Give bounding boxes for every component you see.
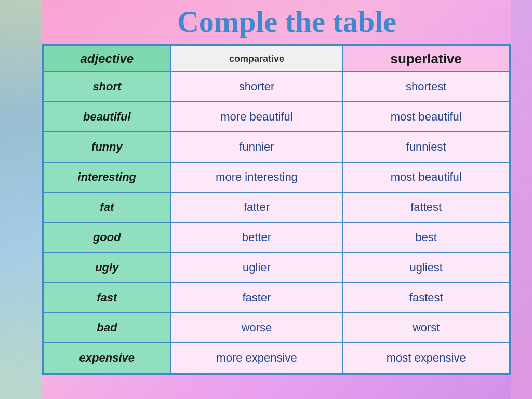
cell-comparative: fatter (171, 192, 343, 222)
table-row: funnyfunnierfunniest (43, 132, 510, 162)
table-header-row: adjective comparative superlative (43, 46, 510, 72)
cell-adjective: bad (43, 313, 171, 343)
adjectives-table: adjective comparative superlative shorts… (43, 45, 510, 374)
cell-comparative: more beautiful (171, 102, 343, 132)
left-decoration (0, 0, 42, 399)
table-container: adjective comparative superlative shorts… (42, 44, 511, 375)
cell-superlative: most beautiful (342, 162, 510, 192)
cell-adjective: ugly (43, 252, 171, 283)
table-row: expensivemore expensivemost expensive (43, 343, 510, 373)
cell-comparative: funnier (171, 132, 343, 162)
cell-comparative: worse (171, 313, 343, 343)
cell-superlative: most expensive (342, 343, 510, 373)
header-comparative: comparative (171, 46, 343, 72)
header-superlative: superlative (342, 46, 510, 72)
table-row: shortshortershortest (43, 72, 510, 102)
table-row: beautifulmore beautifulmost beautiful (43, 102, 510, 132)
table-row: badworseworst (43, 313, 510, 343)
cell-comparative: more interesting (171, 162, 343, 192)
cell-superlative: fastest (342, 283, 510, 313)
cell-superlative: fattest (342, 192, 510, 222)
cell-adjective: fast (43, 283, 171, 313)
cell-adjective: funny (43, 132, 171, 162)
cell-superlative: funniest (342, 132, 510, 162)
table-row: goodbetterbest (43, 222, 510, 252)
header-adjective: adjective (43, 46, 171, 72)
table-row: uglyuglierugliest (43, 252, 510, 283)
cell-adjective: beautiful (43, 102, 171, 132)
table-row: fastfasterfastest (43, 283, 510, 313)
table-row: interestingmore interestingmost beautifu… (43, 162, 510, 192)
page-title: Comple the table (0, 4, 532, 39)
cell-adjective: interesting (43, 162, 171, 192)
cell-adjective: expensive (43, 343, 171, 373)
cell-adjective: fat (43, 192, 171, 222)
table-body: shortshortershortestbeautifulmore beauti… (43, 72, 510, 373)
cell-comparative: uglier (171, 252, 343, 283)
cell-adjective: good (43, 222, 171, 252)
cell-superlative: shortest (342, 72, 510, 102)
table-row: fatfatterfattest (43, 192, 510, 222)
cell-comparative: shorter (171, 72, 343, 102)
cell-superlative: best (342, 222, 510, 252)
cell-superlative: ugliest (342, 252, 510, 283)
right-decoration (511, 0, 532, 399)
cell-comparative: faster (171, 283, 343, 313)
cell-superlative: worst (342, 313, 510, 343)
cell-adjective: short (43, 72, 171, 102)
cell-comparative: more expensive (171, 343, 343, 373)
cell-superlative: most beautiful (342, 102, 510, 132)
cell-comparative: better (171, 222, 343, 252)
